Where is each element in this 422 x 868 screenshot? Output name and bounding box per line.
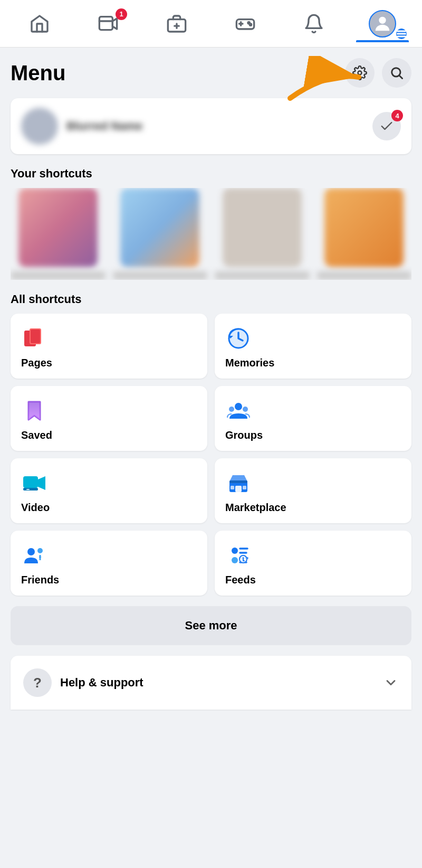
help-left: ? Help & support [23, 668, 143, 697]
user-card[interactable]: Blurred Name 4 [11, 98, 411, 154]
nav-home[interactable] [13, 5, 66, 42]
shortcut-card-pages[interactable]: Pages [11, 314, 207, 379]
shortcut-card-feeds[interactable]: Feeds [215, 531, 411, 596]
svg-rect-35 [231, 486, 234, 489]
marketplace-label: Marketplace [225, 502, 286, 514]
svg-marker-1 [112, 18, 117, 29]
menu-title: Menu [11, 61, 65, 85]
pages-label: Pages [21, 357, 52, 369]
svg-rect-31 [26, 489, 30, 490]
all-shortcuts-title: All shortcuts [11, 293, 411, 306]
svg-rect-28 [23, 476, 38, 488]
nav-marketplace[interactable] [150, 5, 203, 42]
saved-icon [21, 398, 47, 424]
svg-point-27 [243, 407, 248, 412]
svg-point-10 [250, 24, 251, 25]
svg-rect-34 [235, 486, 242, 492]
top-nav: 1 [0, 0, 422, 48]
shortcut-card-friends[interactable]: Friends [11, 531, 207, 596]
shortcut-label-4 [317, 271, 412, 280]
shortcut-card-video[interactable]: Video [11, 458, 207, 523]
svg-point-42 [232, 548, 238, 554]
shortcut-item-3[interactable] [215, 188, 310, 280]
active-indicator [356, 40, 409, 42]
menu-header: Menu [11, 58, 411, 88]
shortcut-thumb-3 [223, 188, 302, 267]
memories-label: Memories [225, 357, 274, 369]
search-button[interactable] [382, 58, 411, 88]
main-content: Menu [0, 48, 422, 710]
shortcut-item-2[interactable] [113, 188, 208, 280]
memories-icon [225, 325, 252, 352]
svg-point-38 [37, 548, 43, 553]
groups-icon [225, 398, 252, 424]
svg-point-11 [379, 16, 386, 23]
help-icon: ? [23, 668, 52, 697]
svg-point-26 [229, 407, 234, 412]
video-badge: 1 [116, 8, 127, 20]
nav-gaming[interactable] [219, 5, 272, 42]
shortcut-label-2 [113, 271, 208, 280]
shortcut-card-marketplace[interactable]: Marketplace [215, 458, 411, 523]
your-shortcuts-title: Your shortcuts [11, 167, 411, 181]
see-more-button[interactable]: See more [11, 606, 411, 645]
feeds-icon [225, 542, 252, 569]
svg-point-25 [235, 403, 242, 410]
user-switch-button[interactable]: 4 [372, 112, 401, 140]
shortcuts-grid [11, 188, 411, 280]
shortcut-item-1[interactable] [11, 188, 106, 280]
shortcut-item-4[interactable] [317, 188, 412, 280]
profile-menu-badge [396, 29, 407, 39]
video-shortcut-icon [21, 470, 47, 496]
svg-rect-30 [23, 488, 38, 490]
menu-action-icons [345, 58, 411, 88]
marketplace-icon [225, 470, 252, 496]
user-name: Blurred Name [66, 119, 364, 133]
svg-rect-36 [243, 486, 246, 489]
nav-profile[interactable] [356, 5, 409, 42]
shortcut-thumb-4 [324, 188, 404, 267]
video-label: Video [21, 502, 50, 514]
shortcut-label-1 [11, 271, 106, 280]
svg-point-15 [358, 71, 362, 75]
friends-icon [21, 542, 47, 569]
nav-video[interactable]: 1 [82, 5, 135, 42]
svg-rect-33 [229, 480, 247, 483]
shortcut-thumb-2 [120, 188, 199, 267]
shortcuts-list: Pages Memories [11, 314, 411, 596]
svg-rect-21 [31, 329, 40, 343]
svg-marker-29 [38, 476, 45, 490]
settings-button[interactable] [345, 58, 375, 88]
help-support-bar[interactable]: ? Help & support [11, 656, 411, 710]
profile-avatar [369, 10, 396, 37]
nav-notifications[interactable] [287, 5, 340, 42]
groups-label: Groups [225, 429, 263, 441]
help-label: Help & support [60, 676, 143, 690]
shortcut-card-saved[interactable]: Saved [11, 386, 207, 451]
shortcut-thumb-1 [18, 188, 98, 267]
user-switch-badge: 4 [391, 110, 403, 121]
svg-rect-0 [99, 16, 112, 30]
shortcut-card-groups[interactable]: Groups [215, 386, 411, 451]
feeds-label: Feeds [225, 574, 256, 586]
chevron-down-icon [383, 675, 399, 691]
saved-label: Saved [21, 429, 52, 441]
pages-icon [21, 325, 47, 352]
user-avatar [21, 108, 58, 145]
friends-label: Friends [21, 574, 59, 586]
shortcut-card-memories[interactable]: Memories [215, 314, 411, 379]
svg-point-45 [232, 557, 238, 563]
shortcut-label-3 [215, 271, 310, 280]
svg-point-37 [27, 548, 35, 555]
svg-line-17 [399, 76, 402, 78]
